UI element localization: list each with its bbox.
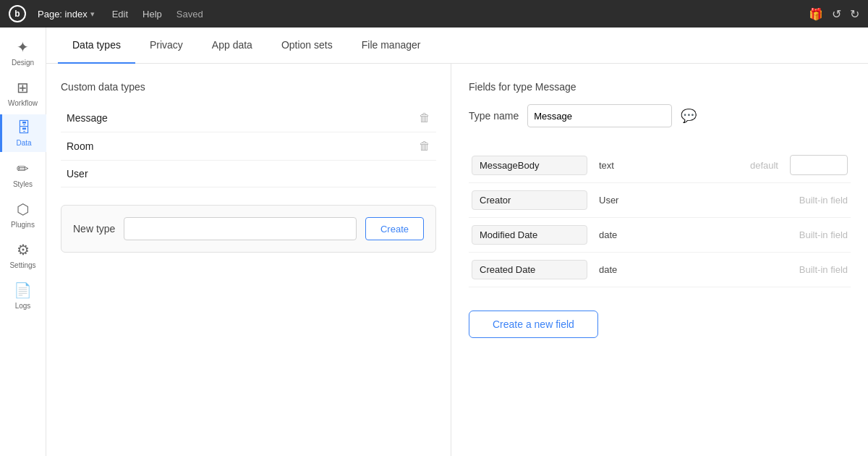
gift-icon[interactable]: 🎁 xyxy=(809,7,823,21)
field-row-messagebody: MessageBody text default xyxy=(469,148,851,183)
type-name-row: Type name 💬 xyxy=(469,104,851,127)
delete-room-icon[interactable]: 🗑 xyxy=(419,140,430,153)
undo-icon[interactable]: ↺ xyxy=(832,7,841,21)
type-name-message: Message xyxy=(67,112,108,124)
new-type-label: New type xyxy=(73,223,115,235)
type-name-field[interactable] xyxy=(527,104,672,127)
settings-icon: ⚙ xyxy=(17,241,30,258)
type-name-user: User xyxy=(67,168,88,180)
save-status: Saved xyxy=(176,9,203,20)
create-new-field-button[interactable]: Create a new field xyxy=(469,311,598,338)
field-default-label-messagebody: default xyxy=(750,160,778,171)
field-row-creator: Creator User Built-in field xyxy=(469,183,851,218)
sidebar-label-logs: Logs xyxy=(15,302,31,310)
right-panel: Fields for type Message Type name 💬 Mess… xyxy=(451,64,868,456)
design-icon: ✦ xyxy=(17,38,29,56)
panels: Custom data types Message 🗑 Room 🗑 User xyxy=(46,64,868,456)
comment-icon[interactable]: 💬 xyxy=(681,108,697,124)
type-name-room: Room xyxy=(67,140,93,152)
field-name-messagebody: MessageBody xyxy=(472,156,587,175)
topbar: b Page: index ▾ Edit Help Saved 🎁 ↺ ↻ xyxy=(0,0,868,28)
field-name-creator: Creator xyxy=(472,190,587,210)
sidebar-item-settings[interactable]: ⚙ Settings xyxy=(3,236,43,274)
left-panel: Custom data types Message 🗑 Room 🗑 User xyxy=(46,64,451,456)
tab-file-manager[interactable]: File manager xyxy=(347,28,435,64)
sidebar-item-design[interactable]: ✦ Design xyxy=(3,33,43,71)
field-type-modified-date: date xyxy=(599,229,657,240)
tab-data-types[interactable]: Data types xyxy=(58,28,135,64)
sidebar: ✦ Design ⊞ Workflow 🗄 Data ✏ Styles ⬡ Pl… xyxy=(0,28,46,456)
styles-icon: ✏ xyxy=(17,160,29,177)
tab-bar: Data types Privacy App data Option sets … xyxy=(46,28,868,64)
tab-option-sets[interactable]: Option sets xyxy=(267,28,347,64)
app-logo[interactable]: b xyxy=(9,5,26,22)
field-row-modified-date: Modified Date date Built-in field xyxy=(469,218,851,253)
fields-table: MessageBody text default Creator User Bu… xyxy=(469,148,851,287)
edit-menu[interactable]: Edit xyxy=(112,9,128,20)
help-menu[interactable]: Help xyxy=(142,9,162,20)
type-list: Message 🗑 Room 🗑 User xyxy=(61,104,436,187)
sidebar-label-settings: Settings xyxy=(9,261,35,269)
main-layout: ✦ Design ⊞ Workflow 🗄 Data ✏ Styles ⬡ Pl… xyxy=(0,28,868,456)
sidebar-label-plugins: Plugins xyxy=(11,221,35,229)
type-row-room[interactable]: Room 🗑 xyxy=(61,132,436,161)
plugins-icon: ⬡ xyxy=(17,200,29,218)
topbar-actions: 🎁 ↺ ↻ xyxy=(809,7,859,21)
field-default-input-messagebody[interactable] xyxy=(790,155,848,175)
field-type-created-date: date xyxy=(599,264,657,275)
field-type-creator: User xyxy=(599,195,657,206)
redo-icon[interactable]: ↻ xyxy=(850,7,859,21)
type-row-user[interactable]: User xyxy=(61,161,436,187)
topbar-nav: Edit Help xyxy=(112,9,162,20)
field-builtin-created-date: Built-in field xyxy=(799,264,848,275)
field-builtin-modified-date: Built-in field xyxy=(799,229,848,240)
field-builtin-creator: Built-in field xyxy=(799,195,848,206)
field-type-messagebody: text xyxy=(599,160,657,171)
sidebar-label-data: Data xyxy=(16,139,31,147)
sidebar-item-logs[interactable]: 📄 Logs xyxy=(3,276,43,314)
workflow-icon: ⊞ xyxy=(17,79,29,96)
sidebar-item-workflow[interactable]: ⊞ Workflow xyxy=(3,74,43,111)
new-type-input[interactable] xyxy=(124,217,357,240)
sidebar-label-design: Design xyxy=(12,59,34,67)
page-name: Page: index xyxy=(38,9,88,20)
fields-panel-title: Fields for type Message xyxy=(469,81,851,93)
tab-app-data[interactable]: App data xyxy=(197,28,267,64)
type-name-label: Type name xyxy=(469,110,519,122)
sidebar-label-workflow: Workflow xyxy=(8,99,38,107)
content-area: Data types Privacy App data Option sets … xyxy=(46,28,868,456)
create-type-button[interactable]: Create xyxy=(365,217,424,240)
sidebar-label-styles: Styles xyxy=(13,180,33,188)
data-icon: 🗄 xyxy=(17,119,31,136)
tab-privacy[interactable]: Privacy xyxy=(135,28,197,64)
type-row-message[interactable]: Message 🗑 xyxy=(61,104,436,132)
custom-data-types-title: Custom data types xyxy=(61,81,436,93)
new-type-form: New type Create xyxy=(61,205,436,253)
logs-icon: 📄 xyxy=(14,282,32,299)
page-selector[interactable]: Page: index ▾ xyxy=(38,9,95,20)
page-chevron-icon: ▾ xyxy=(90,9,95,19)
delete-message-icon[interactable]: 🗑 xyxy=(419,111,430,124)
field-row-created-date: Created Date date Built-in field xyxy=(469,253,851,287)
field-name-created-date: Created Date xyxy=(472,260,587,279)
field-name-modified-date: Modified Date xyxy=(472,225,587,245)
sidebar-item-styles[interactable]: ✏ Styles xyxy=(3,155,43,193)
sidebar-item-plugins[interactable]: ⬡ Plugins xyxy=(3,195,43,233)
sidebar-item-data[interactable]: 🗄 Data xyxy=(0,114,46,152)
